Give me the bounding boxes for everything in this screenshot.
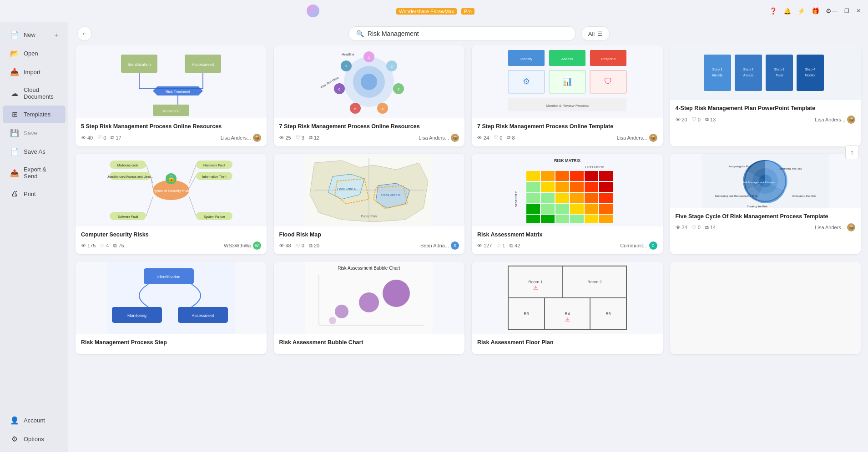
import-icon: 📥 bbox=[10, 68, 19, 76]
all-filter-button[interactable]: All ☰ bbox=[581, 26, 610, 41]
svg-rect-118 bbox=[541, 204, 555, 214]
svg-text:Treat: Treat bbox=[776, 74, 783, 77]
card-title-5: Computer Security Risks bbox=[81, 231, 261, 239]
svg-rect-117 bbox=[526, 204, 540, 214]
likes-stat-6: ♡ 0 bbox=[296, 243, 304, 249]
card-meta-7: 👁 127 ♡ 1 ⧉ 42 Communit... C bbox=[477, 241, 657, 250]
preview-svg-7: RISK MATRIX LIKELIHOOD SEVERITY bbox=[504, 154, 631, 226]
copies-stat-8: ⧉ 14 bbox=[705, 225, 716, 231]
template-card-9[interactable]: Identification Monitoring Assessment Ris… bbox=[76, 261, 267, 354]
author-avatar-2: 📦 bbox=[451, 134, 459, 142]
sidebar-item-import[interactable]: 📥 Import bbox=[3, 63, 66, 81]
card-title-9: Risk Management Process Step bbox=[81, 339, 261, 347]
author-avatar-3: 📦 bbox=[649, 134, 657, 142]
svg-text:Assess: Assess bbox=[743, 74, 754, 77]
views-stat-4: 👁 20 bbox=[676, 117, 687, 122]
preview-svg-11: Room 1 Room 2 R3 R4 R5 ⚠ ⚠ bbox=[504, 261, 631, 334]
template-card-1[interactable]: Identification Assessment Risk Treatment… bbox=[76, 45, 267, 146]
svg-text:Identification: Identification bbox=[127, 62, 151, 67]
card-title-7: Risk Assessment Matrix bbox=[477, 231, 657, 239]
sidebar-item-options[interactable]: ⚙ Options bbox=[3, 430, 66, 448]
svg-text:Malicious code: Malicious code bbox=[117, 164, 138, 167]
community-icon[interactable]: ⚡ bbox=[797, 7, 805, 15]
share-icon[interactable]: 🎁 bbox=[812, 7, 819, 15]
svg-rect-124 bbox=[541, 215, 555, 223]
card-title-1: 5 Step Risk Management Process Online Re… bbox=[81, 123, 261, 131]
top-bar: ← 🔍 All ☰ bbox=[68, 22, 868, 45]
author-avatar-4: 📦 bbox=[847, 116, 855, 124]
svg-point-150 bbox=[335, 305, 348, 318]
copies-stat-6: ⧉ 20 bbox=[309, 243, 319, 249]
card-image-1: Identification Assessment Risk Treatment… bbox=[76, 45, 267, 118]
svg-text:LIKELIHOOD: LIKELIHOOD bbox=[585, 166, 604, 169]
svg-text:1: 1 bbox=[368, 55, 370, 60]
template-card-3[interactable]: Identify Assess Respond ⚙ 📊 🛡 bbox=[472, 45, 663, 146]
sidebar-item-account[interactable]: 👤 Account bbox=[3, 412, 66, 429]
back-button[interactable]: ← bbox=[77, 26, 92, 41]
sidebar-item-new[interactable]: 📄 New + bbox=[3, 26, 66, 44]
close-button[interactable]: ✕ bbox=[854, 7, 863, 15]
svg-rect-121 bbox=[585, 204, 598, 214]
preview-svg-2: 1 2 3 4 5 6 7 bbox=[305, 45, 433, 118]
author-4: Lisa Anders... 📦 bbox=[815, 116, 855, 124]
template-card-11[interactable]: Room 1 Room 2 R3 R4 R5 ⚠ ⚠ Risk Assessme… bbox=[472, 261, 663, 354]
template-card-5[interactable]: Types of Security Risk Malicious code Un… bbox=[76, 154, 267, 255]
sidebar-item-print[interactable]: 🖨 Print bbox=[3, 185, 66, 202]
author-5: WS3WthWa W bbox=[224, 241, 261, 250]
svg-rect-112 bbox=[541, 193, 555, 203]
svg-text:Hardware Fault: Hardware Fault bbox=[203, 164, 225, 167]
sidebar-export-label: Export & Send bbox=[24, 166, 58, 180]
svg-rect-102 bbox=[570, 171, 584, 181]
minimize-button[interactable]: — bbox=[831, 7, 839, 15]
upload-scroll-top-button[interactable]: ↑ bbox=[845, 146, 859, 159]
svg-text:4: 4 bbox=[382, 107, 384, 111]
preview-svg-9: Identification Monitoring Assessment bbox=[107, 261, 235, 334]
svg-rect-128 bbox=[599, 215, 613, 223]
likes-stat-1: ♡ 0 bbox=[97, 135, 106, 141]
sidebar-open-label: Open bbox=[24, 50, 38, 57]
svg-text:Room 1: Room 1 bbox=[528, 280, 543, 284]
svg-text:Types of Security Risk: Types of Security Risk bbox=[153, 189, 189, 193]
svg-text:📊: 📊 bbox=[562, 76, 573, 86]
svg-rect-101 bbox=[555, 171, 569, 181]
svg-rect-111 bbox=[526, 193, 540, 203]
svg-rect-116 bbox=[599, 193, 613, 203]
card-image-8: Identifying the Risk Evaluating the Risk… bbox=[670, 154, 861, 208]
template-card-12[interactable] bbox=[670, 261, 861, 354]
sidebar-item-open[interactable]: 📂 Open bbox=[3, 45, 66, 62]
template-card-2[interactable]: 1 2 3 4 5 6 7 bbox=[274, 45, 465, 146]
card-info-6: Flood Risk Map 👁 48 ♡ 0 ⧉ 20 Sean Adria.… bbox=[274, 226, 465, 255]
svg-rect-103 bbox=[585, 171, 598, 181]
search-input[interactable] bbox=[368, 30, 568, 37]
svg-text:Identify: Identify bbox=[712, 74, 723, 77]
sidebar-item-cloud[interactable]: ☁ Cloud Documents bbox=[3, 82, 66, 105]
notification-icon[interactable]: 🔔 bbox=[783, 7, 791, 15]
window-controls: — ❐ ✕ bbox=[831, 7, 863, 15]
sidebar-item-templates[interactable]: ⊞ Templates bbox=[3, 105, 66, 123]
template-card-10[interactable]: Risk Assessment Bubble Chart bbox=[274, 261, 465, 354]
svg-text:⚠: ⚠ bbox=[533, 285, 538, 291]
author-3: Lisa Anders... 📦 bbox=[617, 134, 657, 142]
template-card-6[interactable]: Flood Zone A Flood Zone B Public Park Fl… bbox=[274, 154, 465, 255]
copies-stat-4: ⧉ 13 bbox=[705, 116, 716, 122]
svg-text:R3: R3 bbox=[524, 311, 529, 316]
svg-text:R5: R5 bbox=[606, 311, 611, 316]
svg-rect-115 bbox=[585, 193, 598, 203]
svg-rect-52 bbox=[735, 55, 762, 91]
restore-button[interactable]: ❐ bbox=[843, 7, 851, 15]
sidebar-item-saveas[interactable]: 📄 Save As bbox=[3, 143, 66, 161]
svg-text:Unauthorized Access and Used..: Unauthorized Access and Used... bbox=[107, 175, 154, 178]
svg-text:System Failure: System Failure bbox=[203, 215, 225, 219]
help-icon[interactable]: ❓ bbox=[769, 7, 777, 15]
saveas-icon: 📄 bbox=[10, 147, 19, 156]
template-card-7[interactable]: RISK MATRIX LIKELIHOOD SEVERITY bbox=[472, 154, 663, 255]
preview-svg-5: Types of Security Risk Malicious code Un… bbox=[107, 154, 235, 226]
card-info-1: 5 Step Risk Management Process Online Re… bbox=[76, 118, 267, 146]
author-6: Sean Adria... S bbox=[420, 241, 459, 250]
preview-svg-6: Flood Zone A Flood Zone B Public Park bbox=[305, 154, 433, 226]
sidebar-item-export[interactable]: 📤 Export & Send bbox=[3, 161, 66, 184]
template-card-4[interactable]: Step 1 Identify Step 2 Assess Step 3 Tre… bbox=[670, 45, 861, 146]
card-image-10: Risk Assessment Bubble Chart bbox=[274, 261, 465, 334]
template-card-8[interactable]: Identifying the Risk Evaluating the Risk… bbox=[670, 154, 861, 255]
user-avatar bbox=[307, 5, 319, 17]
